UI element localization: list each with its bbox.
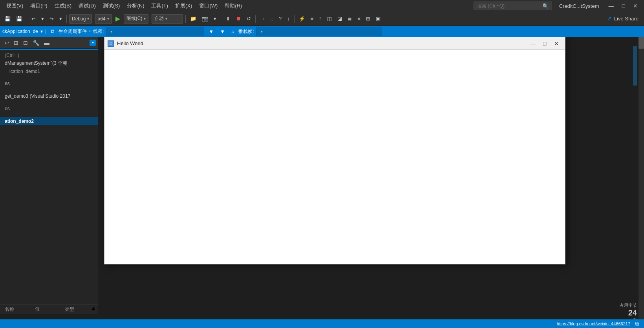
maximize-button[interactable]: □ <box>619 2 628 10</box>
step-out-icon[interactable]: ↑ <box>285 15 292 22</box>
col-scroll[interactable]: ▲ <box>90 305 98 314</box>
hw-title-text: Hello World <box>117 40 524 46</box>
platform-dropdown[interactable]: x64 ▾ <box>95 14 112 24</box>
sidebar-indicator: ▾ <box>90 40 96 46</box>
filter-btn[interactable]: ▼ <box>207 28 216 35</box>
sidebar-btn-settings[interactable]: 🔧 <box>31 39 41 47</box>
camera-icon[interactable]: 📷 <box>200 15 210 22</box>
menu-window[interactable]: 窗口(W) <box>196 2 221 10</box>
save-all-button[interactable]: 💾 <box>14 15 24 22</box>
sidebar-shortcut: (Ctrl+;) <box>0 52 98 59</box>
dropdown-arrow-project[interactable]: ▾ <box>40 29 43 34</box>
sidebar-btn-collapse[interactable]: ▬ <box>42 39 51 47</box>
platform-label: x64 <box>98 16 105 22</box>
debug-mode-dropdown[interactable]: Debug ▾ <box>69 14 92 24</box>
memory-icon[interactable]: ◫ <box>325 15 334 22</box>
sidebar-item-4[interactable]: ation_demo2 <box>0 117 98 125</box>
menu-test[interactable]: 测试(S) <box>100 2 123 10</box>
frame-icon[interactable]: ▣ <box>374 15 382 22</box>
menu-help[interactable]: 帮助(H) <box>221 2 245 10</box>
more-icon[interactable]: ⊞ <box>364 15 372 22</box>
sidebar-item-3[interactable]: es <box>0 105 98 113</box>
sidebar-project-item[interactable]: dManagementSystem"(3 个项 <box>0 59 98 68</box>
sidebar-btn-square[interactable]: ⊡ <box>21 39 30 47</box>
disassembly-icon[interactable]: ≣ <box>346 15 354 22</box>
status-link[interactable]: https://blog.csdn.net/weixin_44666217 <box>557 321 630 326</box>
menu-project[interactable]: 项目(P) <box>27 2 50 10</box>
sidebar-btn-grid[interactable]: ⊞ <box>12 39 20 47</box>
auto-label: 自动 <box>154 15 164 22</box>
window-controls: — □ ✕ <box>606 2 641 10</box>
toolbar-separator-2 <box>66 15 67 23</box>
right-panel: □ Hello World — □ ✕ 占用字节 <box>98 37 644 328</box>
sidebar-item-1[interactable]: es <box>0 80 98 87</box>
menu-build[interactable]: 生成(B) <box>51 2 75 10</box>
filter-btn2[interactable]: ▼ <box>218 28 227 35</box>
folder-icon[interactable]: 📁 <box>188 15 198 22</box>
stop-icon[interactable]: ⏹ <box>234 15 243 22</box>
redo-button[interactable]: ↪ <box>48 15 56 22</box>
camera-arrow[interactable]: ▾ <box>212 15 218 22</box>
toolbar-separator-3 <box>185 15 186 23</box>
sidebar-item-2[interactable]: get_demo3 (Visual Studio 2017 <box>0 92 98 100</box>
step-into-icon[interactable]: ↓ <box>269 15 275 22</box>
close-button[interactable]: ✕ <box>630 2 641 10</box>
auto-dropdown[interactable]: 自动 ▾ <box>152 14 183 24</box>
debug-mode-label: Debug <box>72 16 86 22</box>
memory-icon2[interactable]: ◪ <box>335 15 344 22</box>
thread-dropdown[interactable]: ▾ <box>106 27 204 36</box>
callstack-dropdown[interactable]: ▾ <box>256 27 382 36</box>
threads-icon2[interactable]: ⫶ <box>317 15 324 22</box>
redo-arrow[interactable]: ▾ <box>57 15 64 22</box>
restart-icon[interactable]: ↺ <box>245 15 253 22</box>
sidebar-spacer4 <box>0 113 98 117</box>
start-icon[interactable]: ▶ <box>113 14 122 23</box>
search-box[interactable]: 🔍 <box>474 2 552 10</box>
title-area: CreditC...tSystem — □ ✕ <box>559 2 641 10</box>
debug-mode-arrow: ▾ <box>87 16 89 21</box>
toolbar-separator-4 <box>221 15 221 23</box>
hello-world-window[interactable]: □ Hello World — □ ✕ <box>104 37 565 264</box>
right-panel-inner: □ Hello World — □ ✕ 占用字节 <box>98 37 644 328</box>
toolbar: 💾 💾 ↩ ▾ ↪ ▾ Debug ▾ x64 ▾ ▶ 继续(C) ▾ 自动 ▾… <box>0 12 644 26</box>
filter-btn3[interactable]: ≈ <box>229 28 236 35</box>
save-button[interactable]: 💾 <box>2 15 13 22</box>
menu-bar: 视图(V) 项目(P) 生成(B) 调试(D) 测试(S) 分析(N) 工具(T… <box>0 0 644 12</box>
project-selector[interactable]: ckApplication_de <box>2 29 38 34</box>
hw-maximize-button[interactable]: □ <box>539 40 550 47</box>
scrollbar-thumb[interactable] <box>639 37 644 49</box>
menu-debug[interactable]: 调试(D) <box>75 2 99 10</box>
menu-tools[interactable]: 工具(T) <box>148 2 171 10</box>
undo-arrow[interactable]: ▾ <box>39 15 46 22</box>
hw-minimize-button[interactable]: — <box>527 40 538 47</box>
intellitrace-icon[interactable]: ⚡ <box>297 15 307 22</box>
col-name: 名称 <box>0 305 30 314</box>
sidebar-btn-back[interactable]: ↩ <box>2 39 11 47</box>
hw-close-button[interactable]: ✕ <box>551 40 562 47</box>
sidebar-project-sub[interactable]: ication_demo1 <box>0 68 98 75</box>
col-type: 类型 <box>60 305 90 314</box>
continue-arrow: ▾ <box>144 16 146 21</box>
step-over-icon[interactable]: → <box>258 15 267 22</box>
status-bar: https://blog.csdn.net/weixin_44666217 语 <box>0 319 644 328</box>
continue-dropdown[interactable]: 继续(C) ▾ <box>124 14 149 24</box>
vertical-scrollbar[interactable] <box>639 37 644 328</box>
help-icon[interactable]: ? <box>277 15 284 22</box>
registers-icon[interactable]: ≡ <box>355 15 362 22</box>
menu-analyze[interactable]: 分析(N) <box>124 2 147 10</box>
minimap-thumb <box>633 46 637 86</box>
search-input[interactable] <box>477 3 540 9</box>
nav-btn-1[interactable]: ⧉ <box>49 27 56 35</box>
menu-view[interactable]: 视图(V) <box>3 2 26 10</box>
pause-icon[interactable]: ⏸ <box>223 15 232 22</box>
lifecycle-events-label[interactable]: 生命周期事件 <box>59 28 87 35</box>
sidebar: ↩ ⊞ ⊡ 🔧 ▬ ▾ (Ctrl+;) dManagementSystem"(… <box>0 37 98 328</box>
menu-extensions[interactable]: 扩展(X) <box>172 2 195 10</box>
toolbar-separator-5 <box>255 15 256 23</box>
undo-button[interactable]: ↩ <box>29 15 38 22</box>
debug-sep: | <box>45 29 46 34</box>
minimize-button[interactable]: — <box>606 2 617 10</box>
thread-icon[interactable]: ≡ <box>309 15 316 22</box>
sidebar-toolbar: ↩ ⊞ ⊡ 🔧 ▬ ▾ <box>0 37 98 49</box>
live-share-button[interactable]: ↗ Live Share <box>604 14 642 23</box>
